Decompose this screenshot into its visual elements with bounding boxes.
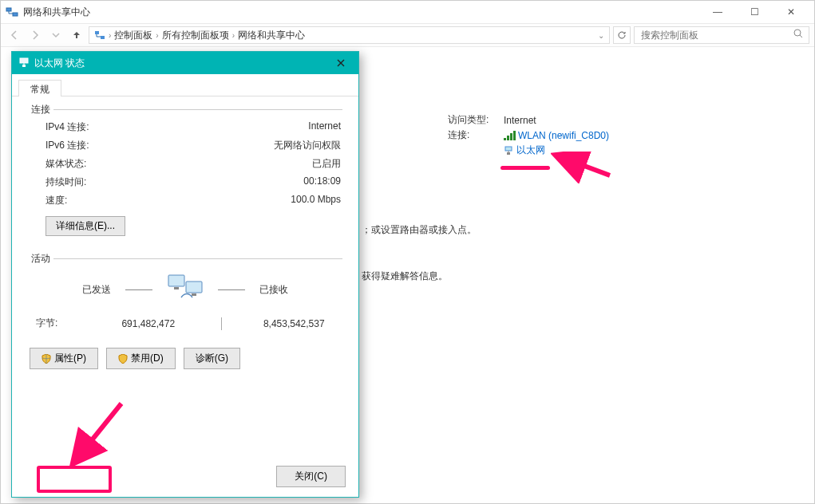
svg-rect-1 <box>13 13 18 16</box>
dialog-close-btn[interactable]: 关闭(C) <box>276 466 346 487</box>
svg-rect-5 <box>505 147 512 151</box>
speed-row: 速度:100.0 Mbps <box>30 191 341 210</box>
crumb-control-panel[interactable]: 控制面板 <box>114 29 152 42</box>
activity-header: 已发送 已接收 <box>30 274 341 305</box>
chevron-down-icon[interactable]: ⌄ <box>598 31 604 40</box>
minimize-button[interactable]: — <box>699 1 736 23</box>
address-bar: › 控制面板 › 所有控制面板项 › 网络和共享中心 ⌄ <box>1 23 814 47</box>
shield-icon <box>42 354 51 364</box>
svg-point-4 <box>794 30 801 36</box>
chevron-right-icon: › <box>156 31 158 40</box>
svg-rect-9 <box>168 275 184 286</box>
chevron-right-icon: › <box>232 31 235 40</box>
dialog-footer: 关闭(C) <box>276 466 346 487</box>
svg-rect-11 <box>174 287 179 289</box>
tab-general[interactable]: 常规 <box>18 80 61 96</box>
tabstrip: 常规 <box>12 74 358 96</box>
recv-label: 已接收 <box>259 283 288 297</box>
dialog-close-button[interactable] <box>330 53 352 73</box>
activity-group: 活动 已发送 已接收 <box>28 258 342 371</box>
breadcrumb[interactable]: › 控制面板 › 所有控制面板项 › 网络和共享中心 ⌄ <box>89 26 610 44</box>
action-buttons: 属性(P) 禁用(D) 诊断(G) <box>30 348 341 369</box>
duration-row: 持续时间:00:18:09 <box>30 173 341 191</box>
svg-rect-8 <box>22 65 26 67</box>
svg-rect-10 <box>186 282 202 293</box>
ethernet-icon <box>504 146 513 156</box>
details-button[interactable]: 详细信息(E)... <box>45 216 125 236</box>
ethernet-link[interactable]: 以太网 <box>516 144 545 157</box>
ipv6-row: IPv6 连接:无网络访问权限 <box>30 136 341 155</box>
titlebar: 网络和共享中心 — ☐ ✕ <box>1 1 814 23</box>
crumb-all-items[interactable]: 所有控制面板项 <box>162 29 229 42</box>
network-info: 访问类型: Internet 连接: WLAN (newifi_C8D0) 以太… <box>448 113 783 159</box>
disable-button[interactable]: 禁用(D) <box>106 348 176 369</box>
window-title: 网络和共享中心 <box>23 6 90 19</box>
search-box[interactable] <box>634 26 809 44</box>
hint-text-2: 获得疑难解答信息。 <box>362 270 448 283</box>
refresh-button[interactable] <box>613 26 631 44</box>
network-center-icon <box>6 6 18 18</box>
forward-button[interactable] <box>26 26 44 44</box>
search-icon[interactable] <box>793 29 804 41</box>
chevron-right-icon: › <box>109 31 111 40</box>
wifi-icon <box>504 131 515 140</box>
dialog-body: 连接 IPv4 连接:Internet IPv6 连接:无网络访问权限 媒体状态… <box>12 96 358 377</box>
window-controls: — ☐ ✕ <box>699 1 809 23</box>
search-input[interactable] <box>639 29 789 41</box>
access-type-value: Internet <box>504 115 536 126</box>
svg-rect-12 <box>192 293 196 296</box>
sent-bytes: 691,482,472 <box>108 318 189 329</box>
back-button[interactable] <box>6 26 23 44</box>
ethernet-status-dialog: 以太网 状态 常规 连接 IPv4 连接:Internet IPv6 连接:无网… <box>11 51 359 498</box>
activity-computers-icon <box>167 274 204 305</box>
svg-rect-3 <box>101 36 105 39</box>
wlan-link[interactable]: WLAN (newifi_C8D0) <box>518 130 609 141</box>
dialog-title: 以太网 状态 <box>34 57 330 70</box>
svg-rect-7 <box>20 58 28 63</box>
crumb-network-center[interactable]: 网络和共享中心 <box>238 29 305 42</box>
network-center-icon <box>94 30 105 41</box>
activity-group-label: 活动 <box>28 252 53 266</box>
dialog-titlebar[interactable]: 以太网 状态 <box>12 52 358 74</box>
connection-group: 连接 IPv4 连接:Internet IPv6 连接:无网络访问权限 媒体状态… <box>28 109 342 238</box>
access-type-label: 访问类型: <box>448 113 504 127</box>
sent-label: 已发送 <box>82 283 111 297</box>
ipv4-row: IPv4 连接:Internet <box>30 118 341 136</box>
close-button[interactable]: ✕ <box>773 1 809 23</box>
ethernet-icon <box>18 57 30 69</box>
diagnose-button[interactable]: 诊断(G) <box>184 348 240 369</box>
bytes-row: 字节: 691,482,472 8,453,542,537 <box>30 313 341 333</box>
up-button[interactable] <box>68 26 85 44</box>
connections-label: 连接: <box>448 128 504 142</box>
recent-dropdown[interactable] <box>47 26 65 44</box>
svg-rect-2 <box>95 31 99 34</box>
properties-button[interactable]: 属性(P) <box>30 348 98 369</box>
shield-icon <box>118 354 128 364</box>
recv-bytes: 8,453,542,537 <box>254 318 335 329</box>
svg-rect-6 <box>507 152 510 155</box>
maximize-button[interactable]: ☐ <box>736 1 773 23</box>
connection-group-label: 连接 <box>28 103 53 116</box>
svg-rect-0 <box>6 8 11 11</box>
hint-text-1: ；或设置路由器或接入点。 <box>362 223 477 237</box>
media-row: 媒体状态:已启用 <box>30 155 341 173</box>
bytes-label: 字节: <box>36 317 108 330</box>
